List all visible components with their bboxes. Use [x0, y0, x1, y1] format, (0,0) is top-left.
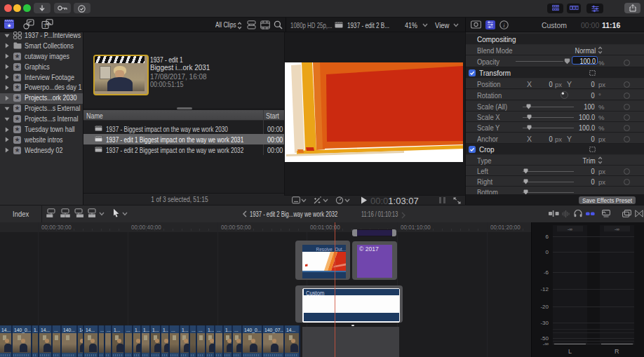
svg-text:T: T — [43, 22, 47, 29]
svg-text:★: ★ — [7, 22, 12, 29]
svg-text:i: i — [503, 22, 505, 29]
